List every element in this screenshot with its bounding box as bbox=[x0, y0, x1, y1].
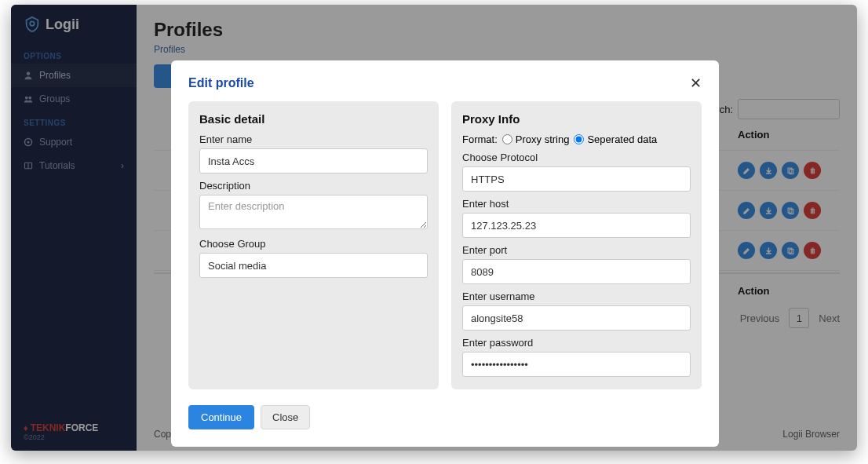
modal-title: Edit profile bbox=[188, 76, 254, 90]
continue-button[interactable]: Continue bbox=[188, 405, 254, 429]
name-label: Enter name bbox=[199, 133, 428, 145]
format-proxy-string[interactable]: Proxy string bbox=[502, 133, 570, 145]
protocol-input[interactable] bbox=[462, 166, 691, 192]
edit-profile-modal: Edit profile ✕ Basic detail Enter name D… bbox=[171, 60, 719, 447]
host-label: Enter host bbox=[462, 198, 691, 210]
format-label: Format: bbox=[462, 133, 498, 145]
name-input[interactable] bbox=[199, 148, 428, 174]
group-label: Choose Group bbox=[199, 238, 428, 250]
basic-detail-panel: Basic detail Enter name Description Choo… bbox=[188, 101, 439, 389]
username-input[interactable] bbox=[462, 305, 691, 331]
port-input[interactable] bbox=[462, 259, 691, 284]
username-label: Enter username bbox=[462, 290, 691, 302]
proxy-info-panel: Proxy Info Format: Proxy string Seperate… bbox=[451, 101, 702, 389]
password-input[interactable] bbox=[462, 352, 691, 377]
description-label: Description bbox=[199, 180, 428, 192]
host-input[interactable] bbox=[462, 213, 691, 238]
format-separated-data[interactable]: Seperated data bbox=[574, 133, 657, 145]
close-button[interactable]: Close bbox=[261, 405, 310, 429]
description-input[interactable] bbox=[199, 195, 428, 229]
protocol-label: Choose Protocol bbox=[462, 152, 691, 163]
panel-heading: Proxy Info bbox=[462, 112, 691, 126]
group-input[interactable] bbox=[199, 253, 428, 278]
close-icon[interactable]: ✕ bbox=[690, 76, 702, 90]
panel-heading: Basic detail bbox=[199, 112, 428, 126]
port-label: Enter port bbox=[462, 244, 691, 256]
password-label: Enter password bbox=[462, 337, 691, 349]
